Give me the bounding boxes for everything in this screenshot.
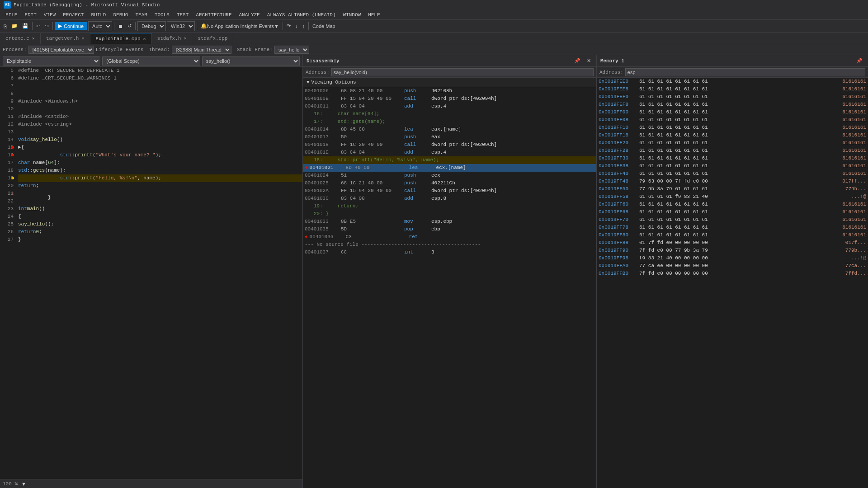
process-select[interactable]: [40156] Exploitable.exe	[28, 46, 94, 54]
mem-row: 0x0019FFA0 77 ca ee 00 00 00 00 00 77ca.…	[597, 262, 868, 270]
stop-debug-btn[interactable]: ⏹	[116, 21, 125, 31]
asm-source-current: 18: std::printf("Hello, %s!\n", name);	[303, 156, 596, 164]
mem-row: 0x0019FF60 61 61 61 61 61 61 61 61 61616…	[597, 201, 868, 208]
tab-close-stdafx-h[interactable]: ✕	[184, 36, 186, 41]
disassembly-pin[interactable]: 📌	[572, 56, 582, 66]
tab-stdafx-h[interactable]: stdafx.h ✕	[152, 33, 193, 44]
viewing-options[interactable]: ▼ Viewing Options	[303, 78, 596, 87]
asm-line: 00401025 68 1C 21 40 00 push 402211Ch	[303, 179, 596, 187]
menu-file[interactable]: FILE	[2, 11, 21, 19]
asm-line: 00401024 51 push ecx	[303, 172, 596, 179]
step-out-btn[interactable]: ↑	[300, 21, 307, 31]
asm-line: 00401011 83 C4 04 add esp,4	[303, 103, 596, 110]
project-select[interactable]: Exploitable	[3, 56, 100, 66]
disassembly-close[interactable]: ✕	[585, 56, 593, 66]
code-line-24: {	[18, 213, 302, 221]
memory-title: Memory 1	[600, 58, 624, 64]
asm-content: 00401006 68 08 21 40 00 push 402108h 004…	[303, 87, 596, 488]
code-line-8	[18, 90, 302, 98]
mem-row: 0x0019FF00 61 61 61 61 61 61 61 61 61616…	[597, 108, 868, 116]
mem-row: 0x0019FF30 61 61 61 61 61 61 61 61 61616…	[597, 155, 868, 162]
continue-button[interactable]: ▶ Continue	[55, 22, 87, 30]
toolbar-sep6	[283, 22, 283, 30]
toolbar-open[interactable]: 📁	[9, 21, 19, 31]
toolbar-sep1	[32, 22, 33, 30]
line-numbers: 56789 1011121314 1516171819 2021222324 2…	[0, 67, 16, 479]
menu-window[interactable]: WINDOW	[340, 11, 365, 19]
title-bar: VS Exploitable (Debugging) - Microsoft V…	[0, 0, 868, 10]
menu-view[interactable]: VIEW	[40, 11, 59, 19]
menu-build[interactable]: BUILD	[87, 11, 109, 19]
toolbar-redo[interactable]: ↪	[43, 21, 51, 31]
toolbar-save[interactable]: 💾	[20, 21, 30, 31]
mem-row: 0x0019FF90 7f fd e0 00 77 9b 3a 79 779b.…	[597, 247, 868, 254]
code-line-16: ● std::printf("What's your name? ");	[18, 151, 302, 159]
thread-select[interactable]: [32988] Main Thread	[172, 46, 231, 54]
restart-btn[interactable]: ↺	[126, 21, 133, 31]
toolbar-sep2	[52, 22, 53, 30]
code-line-10	[18, 105, 302, 113]
process-label: Process:	[3, 47, 27, 52]
menu-analyze[interactable]: ANALYZE	[236, 11, 264, 19]
mem-row: 0x0019FEF8 61 61 61 61 61 61 61 61 61616…	[597, 101, 868, 108]
mem-row: 0x0019FF38 61 61 61 61 61 61 61 61 61616…	[597, 162, 868, 170]
bp-indicator: ●	[305, 164, 308, 172]
menu-debug[interactable]: DEBUG	[109, 11, 132, 19]
asm-line: 00401035 5D pop ebp	[303, 225, 596, 233]
asm-line: 00401017 50 push eax	[303, 133, 596, 141]
memory-address-label: Address:	[599, 70, 623, 75]
win32-dropdown[interactable]: Win32	[167, 21, 195, 31]
step-over-btn[interactable]: ↷	[285, 21, 292, 31]
menu-team[interactable]: TEAM	[132, 11, 151, 19]
mem-row: 0x0019FF18 61 61 61 61 61 61 61 61 61616…	[597, 131, 868, 139]
thread-label: Thread:	[149, 47, 170, 52]
code-line-26: return 0;	[18, 228, 302, 236]
app-insights-btn[interactable]: 🔔 No Application Insights Events ▼	[199, 21, 281, 31]
memory-address-input[interactable]	[625, 68, 865, 76]
asm-source-line: 17: std::gets(name);	[303, 118, 596, 126]
debug-dropdown[interactable]: Debug	[137, 21, 166, 31]
asm-line: 00401037 CC int 3	[303, 249, 596, 256]
memory-address-bar: Address:	[597, 67, 868, 78]
code-line-12: #include <cstring>	[18, 121, 302, 128]
menu-architecture[interactable]: ARCHITECTURE	[192, 11, 235, 19]
menu-edit[interactable]: EDIT	[21, 11, 40, 19]
asm-line: 00401033 8B E5 mov esp,ebp	[303, 218, 596, 225]
address-label: Address:	[306, 70, 330, 75]
tab-stdafx-cpp[interactable]: stdafx.cpp	[192, 33, 233, 44]
auto-dropdown[interactable]: Auto	[88, 21, 112, 31]
menu-test[interactable]: TEST	[173, 11, 192, 19]
tab-close-crtexc[interactable]: ✕	[32, 36, 35, 41]
mem-row: 0x0019FF08 61 61 61 61 61 61 61 61 61616…	[597, 116, 868, 124]
address-input[interactable]	[331, 68, 594, 76]
menu-always-aligned[interactable]: ALWAYS ALIGNED (UNPAID)	[264, 11, 340, 19]
menu-tools[interactable]: TOOLS	[151, 11, 173, 19]
toolbar-undo[interactable]: ↩	[34, 21, 42, 31]
mem-row: 0x0019FF88 01 7f fd e0 00 00 00 00 017f.…	[597, 239, 868, 247]
step-into-btn[interactable]: ↓	[293, 21, 300, 31]
mem-row: 0x0019FEE8 61 61 61 61 61 61 61 61 61616…	[597, 85, 868, 93]
code-map-btn[interactable]: Code Map	[311, 21, 337, 31]
zoom-bar: 100 % ▼	[0, 479, 302, 488]
tab-crtexc[interactable]: crtexc.c ✕	[0, 33, 41, 44]
asm-source-line: 20: }	[303, 210, 596, 218]
toolbar-new[interactable]: ⎘	[2, 21, 9, 31]
memory-content: 0x0019FEE0 61 61 61 61 61 61 61 61 61616…	[597, 78, 868, 488]
scope-select[interactable]: (Global Scope)	[102, 56, 200, 66]
mem-row: 0x0019FF48 79 63 00 00 7f fd e0 00 017ff…	[597, 178, 868, 185]
editor-header: Exploitable (Global Scope) say_hello()	[0, 55, 302, 67]
menu-project[interactable]: PROJECT	[59, 11, 87, 19]
menu-help[interactable]: HELP	[364, 11, 383, 19]
tab-targetver[interactable]: targetver.h ✕	[41, 33, 90, 44]
editor-tab-strip: crtexc.c ✕ targetver.h ✕ Exploitable.cpp…	[0, 33, 868, 44]
zoom-dropdown[interactable]: ▼	[19, 479, 28, 488]
function-select[interactable]: say_hello()	[202, 56, 300, 66]
disassembly-panel: Disassembly 📌 ✕ Address: ▼ Viewing Optio…	[303, 55, 597, 488]
tab-exploitable[interactable]: Exploitable.cpp ✕	[90, 33, 152, 44]
stack-frame-select[interactable]: say_hello	[274, 46, 309, 54]
tab-close-targetver[interactable]: ✕	[81, 36, 84, 41]
memory-panel: Memory 1 📌 Address: 0x0019FEE0 61 61 61 …	[597, 55, 868, 488]
tab-close-exploitable[interactable]: ✕	[143, 36, 146, 42]
toolbar-sep3	[114, 22, 114, 30]
memory-pin[interactable]: 📌	[854, 56, 864, 66]
